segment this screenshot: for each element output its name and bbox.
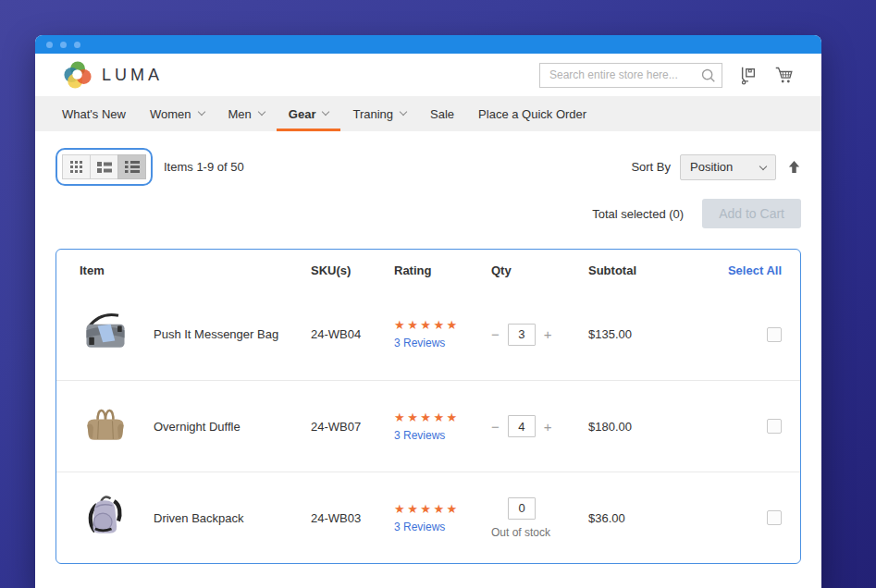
main-navigation: What's New Women Men Gear Traning Sale [35, 96, 821, 131]
product-sku: 24-WB07 [311, 420, 394, 434]
nav-item-women[interactable]: Women [138, 96, 216, 131]
nav-label: What's New [62, 107, 126, 121]
qty-input[interactable] [508, 497, 536, 520]
desktop-background: LUMA [0, 0, 876, 588]
reviews-link[interactable]: 3 Reviews [394, 337, 445, 349]
qty-input[interactable] [508, 324, 536, 346]
view-mode-switcher [56, 148, 153, 186]
qty-stepper: − + [491, 415, 588, 437]
qty-stepper: − + [491, 324, 588, 346]
chevron-down-icon [400, 108, 407, 116]
qty-decrease-button[interactable]: − [491, 327, 500, 341]
product-name: Push It Messenger Bag [154, 327, 311, 341]
column-header-qty: Qty [491, 263, 588, 277]
total-selected-text: Total selected (0) [592, 207, 684, 221]
quick-order-icon[interactable] [739, 66, 758, 85]
store-header: LUMA [35, 54, 821, 96]
store-name: LUMA [102, 66, 163, 85]
nav-item-gear[interactable]: Gear [277, 96, 341, 131]
list-view-icon [125, 161, 140, 173]
table-header: Item SKU(s) Rating Qty Subtotal Select A… [56, 250, 800, 288]
table-row: Driven Backpack 24-WB03 ★★★★★ 3 Reviews … [56, 472, 800, 563]
nav-item-place-a-quick-order[interactable]: Place a Quick Order [466, 96, 598, 131]
select-all-link[interactable]: Select All [728, 263, 782, 277]
selection-bar: Total selected (0) Add to Cart [56, 199, 801, 228]
chevron-down-icon [322, 108, 329, 116]
star-rating: ★★★★★ [394, 410, 491, 424]
search-box [539, 63, 722, 88]
nav-item-men[interactable]: Men [216, 96, 277, 131]
nav-label: Traning [352, 107, 393, 121]
qty-input[interactable] [508, 415, 536, 437]
qty-decrease-button[interactable]: − [491, 420, 500, 434]
window-control-dot[interactable] [60, 42, 67, 48]
product-subtotal: $36.00 [588, 511, 713, 525]
stock-status: Out of stock [491, 526, 550, 539]
chevron-down-icon [258, 108, 265, 116]
sort-controls: Sort By Position [631, 154, 801, 180]
reviews-link[interactable]: 3 Reviews [394, 521, 445, 533]
window-control-dot[interactable] [46, 42, 53, 48]
nav-label: Men [228, 107, 252, 121]
product-image-backpack[interactable] [80, 490, 131, 542]
window-control-dot[interactable] [74, 42, 80, 48]
reviews-link[interactable]: 3 Reviews [394, 429, 445, 442]
sort-select-value: Position [690, 160, 733, 174]
luma-logo-icon [63, 60, 93, 90]
window-titlebar [35, 35, 821, 54]
sort-by-label: Sort By [631, 160, 671, 174]
nav-label: Gear [289, 107, 316, 121]
grid-view-icon [70, 161, 82, 173]
nav-label: Place a Quick Order [478, 107, 586, 121]
list-toolbar: Items 1-9 of 50 Sort By Position [56, 148, 801, 186]
star-rating: ★★★★★ [394, 318, 491, 332]
header-actions [539, 63, 794, 88]
chevron-down-icon [197, 108, 204, 116]
list-view-button[interactable] [117, 154, 146, 179]
cart-icon[interactable] [774, 66, 794, 84]
nav-item-traning[interactable]: Traning [340, 96, 418, 131]
column-header-item: Item [80, 263, 311, 277]
sort-ascending-icon [787, 160, 801, 174]
nav-item-sale[interactable]: Sale [418, 96, 466, 131]
nav-item-whats-new[interactable]: What's New [50, 96, 138, 131]
items-count: Items 1-9 of 50 [164, 160, 244, 174]
star-rating: ★★★★★ [394, 502, 491, 516]
nav-label: Sale [430, 107, 454, 121]
search-input[interactable] [539, 63, 722, 88]
sort-direction-button[interactable] [787, 160, 801, 174]
sort-select[interactable]: Position [680, 154, 776, 180]
page-content: Items 1-9 of 50 Sort By Position Total [35, 131, 821, 588]
qty-increase-button[interactable]: + [544, 327, 552, 341]
browser-window: LUMA [35, 35, 821, 588]
product-sku: 24-WB03 [311, 511, 394, 525]
table-row: Push It Messenger Bag 24-WB04 ★★★★★ 3 Re… [56, 288, 800, 380]
row-checkbox[interactable] [767, 510, 782, 525]
product-name: Driven Backpack [154, 511, 311, 525]
search-icon[interactable] [700, 67, 716, 83]
product-name: Overnight Duffle [154, 420, 311, 434]
qty-stepper: Out of stock [491, 497, 588, 539]
luma-logo[interactable]: LUMA [63, 60, 163, 90]
column-header-sku: SKU(s) [311, 263, 394, 277]
items-table: Item SKU(s) Rating Qty Subtotal Select A… [56, 249, 801, 564]
column-header-rating: Rating [394, 263, 491, 277]
grid-view-button[interactable] [62, 154, 91, 179]
chevron-down-icon [759, 162, 767, 169]
add-to-cart-button[interactable]: Add to Cart [702, 199, 801, 228]
row-checkbox[interactable] [767, 327, 782, 342]
qty-increase-button[interactable]: + [544, 420, 552, 434]
row-checkbox[interactable] [767, 419, 782, 434]
product-sku: 24-WB04 [311, 327, 394, 341]
grid-extended-view-button[interactable] [90, 154, 118, 179]
table-row: Overnight Duffle 24-WB07 ★★★★★ 3 Reviews… [56, 380, 800, 472]
nav-label: Women [150, 107, 191, 121]
product-subtotal: $135.00 [588, 327, 713, 341]
product-subtotal: $180.00 [588, 420, 713, 434]
product-image-messenger-bag[interactable] [80, 307, 131, 359]
product-image-duffle[interactable] [80, 398, 131, 450]
column-header-subtotal: Subtotal [588, 263, 713, 277]
grid-extended-view-icon [97, 162, 112, 173]
